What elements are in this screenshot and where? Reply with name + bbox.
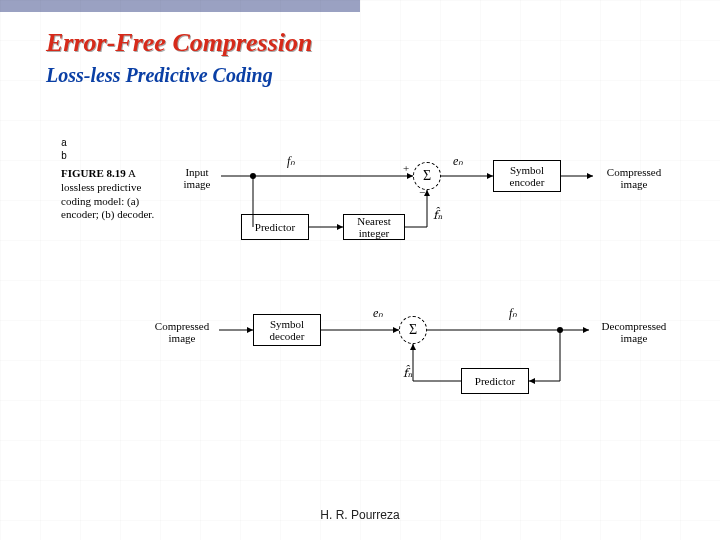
slide-title: Error-Free Compression (46, 28, 313, 58)
encoder-plus-sign: + (403, 162, 409, 174)
decoder-en-label: eₙ (373, 306, 383, 321)
encoder-minus-sign: − (419, 186, 425, 198)
decoder-predictor-label: Predictor (475, 375, 515, 387)
encoder-fhat-label: f̂ₙ (433, 208, 443, 223)
encoder-summation: Σ (413, 162, 441, 190)
encoder-fn-label: fₙ (287, 154, 295, 169)
decoder-input-label: Compressed image (145, 320, 219, 344)
encoder-predictor-label: Predictor (255, 221, 295, 233)
decoder-predictor-box: Predictor (461, 368, 529, 394)
symbol-encoder-label: Symbol encoder (494, 164, 560, 188)
encoder-predictor-box: Predictor (241, 214, 309, 240)
decoder-fhat-label: f̂ₙ (403, 366, 413, 381)
slide-subtitle: Loss-less Predictive Coding (46, 64, 273, 87)
encoder-input-label: Input image (173, 166, 221, 190)
decoder-summation: Σ (399, 316, 427, 344)
nearest-integer-label: Nearest integer (344, 215, 404, 239)
marker-b: b (61, 151, 67, 162)
decoder-output-label: Decompressed image (591, 320, 677, 344)
decoder-branch-dot (557, 327, 563, 333)
encoder-en-label: eₙ (453, 154, 463, 169)
nearest-integer-box: Nearest integer (343, 214, 405, 240)
decoder-fn-label: fₙ (509, 306, 517, 321)
figure-caption: a b FIGURE 8.19 A lossless predictive co… (61, 138, 157, 222)
symbol-decoder-box: Symbol decoder (253, 314, 321, 346)
figure-label: FIGURE 8.19 (61, 167, 126, 179)
figure-diagram: a b FIGURE 8.19 A lossless predictive co… (55, 130, 685, 460)
slide-footer: H. R. Pourreza (0, 508, 720, 522)
encoder-output-label: Compressed image (595, 166, 673, 190)
symbol-decoder-label: Symbol decoder (254, 318, 320, 342)
symbol-encoder-box: Symbol encoder (493, 160, 561, 192)
encoder-branch-dot (250, 173, 256, 179)
slide-header-bar (0, 0, 360, 12)
sigma-icon: Σ (423, 168, 431, 184)
sigma-icon-2: Σ (409, 322, 417, 338)
marker-a: a (61, 138, 67, 149)
